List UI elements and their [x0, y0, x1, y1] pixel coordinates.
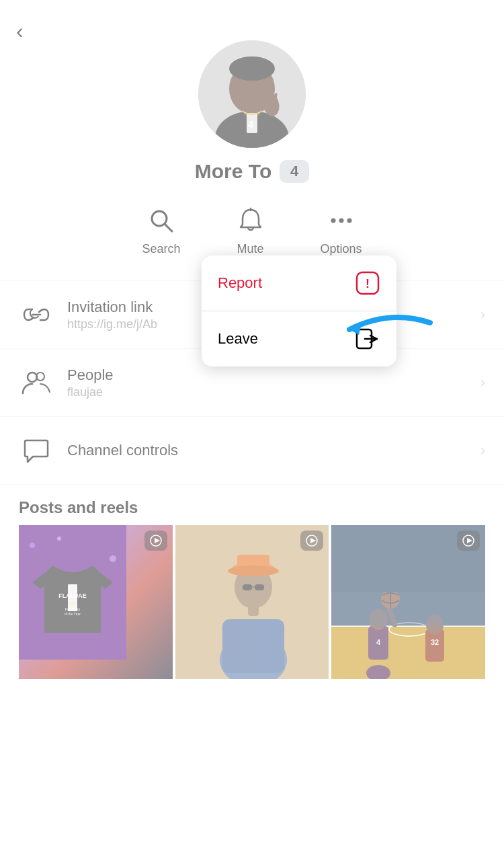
member-badge: 4 [280, 160, 309, 183]
svg-point-14 [331, 219, 335, 223]
svg-text:32: 32 [431, 638, 439, 646]
profile-section: 4 More To 4 Search [0, 0, 504, 280]
svg-rect-39 [222, 619, 284, 673]
svg-text:Freshman: Freshman [65, 607, 81, 611]
svg-marker-67 [467, 538, 472, 543]
actions-row: Search Mute Options [142, 204, 362, 256]
options-label: Options [321, 242, 362, 256]
options-action[interactable]: Options [321, 204, 362, 256]
dropdown-menu: Report ! Leave [202, 256, 396, 366]
options-dropdown: Report ! Leave [202, 256, 396, 366]
post-item-2[interactable] [175, 525, 329, 679]
search-icon [145, 204, 177, 237]
username: More To [195, 160, 271, 183]
post-item-1[interactable]: FLAUJAE LSU Freshman of the Year [19, 525, 173, 679]
svg-point-27 [110, 555, 116, 562]
reel-badge-1 [144, 531, 167, 551]
search-label: Search [142, 242, 180, 256]
svg-point-15 [339, 219, 343, 223]
people-text: People flaujae [67, 366, 475, 399]
people-subtitle: flaujae [67, 385, 475, 399]
link-icon [19, 297, 54, 332]
svg-line-12 [165, 224, 172, 231]
search-action[interactable]: Search [142, 204, 180, 256]
reel-badge-2 [300, 531, 323, 551]
svg-text:4: 4 [376, 638, 381, 646]
invitation-link-chevron: › [480, 306, 485, 323]
posts-section: Posts and reels FLAUJAE [0, 485, 504, 690]
svg-point-16 [347, 219, 351, 223]
svg-point-44 [228, 565, 279, 576]
report-icon: ! [355, 270, 380, 296]
channel-controls-item[interactable]: Channel controls › [0, 417, 504, 485]
username-row: More To 4 [195, 160, 309, 183]
dots-icon [325, 204, 358, 237]
svg-text:of the Year: of the Year [65, 612, 81, 616]
posts-title: Posts and reels [19, 498, 485, 517]
svg-text:FLAUJAE: FLAUJAE [58, 592, 87, 599]
svg-rect-46 [255, 584, 264, 590]
channel-controls-title: Channel controls [67, 442, 475, 459]
bell-icon [235, 204, 267, 237]
leave-icon [355, 326, 380, 352]
svg-text:4: 4 [248, 119, 253, 130]
svg-text:!: ! [366, 277, 370, 290]
svg-point-23 [28, 373, 37, 382]
people-icon [19, 365, 54, 400]
channel-controls-text: Channel controls [67, 442, 475, 459]
svg-point-28 [57, 537, 61, 541]
svg-rect-45 [243, 584, 252, 590]
svg-text:LSU: LSU [69, 601, 77, 605]
people-title: People [67, 366, 475, 384]
post-item-3[interactable]: 4 32 [331, 525, 485, 679]
mute-label: Mute [237, 242, 263, 256]
people-chevron: › [480, 374, 485, 391]
leave-label: Leave [218, 330, 258, 348]
svg-point-4 [229, 56, 275, 81]
reel-badge-3 [457, 531, 480, 551]
leave-menu-item[interactable]: Leave [202, 311, 396, 366]
channel-controls-chevron: › [480, 442, 485, 459]
svg-rect-65 [331, 592, 485, 626]
avatar: 4 [198, 40, 306, 148]
report-menu-item[interactable]: Report ! [202, 256, 396, 311]
report-label: Report [218, 274, 262, 292]
posts-grid: FLAUJAE LSU Freshman of the Year [19, 525, 485, 679]
back-button[interactable]: ‹ [16, 19, 24, 44]
mute-action[interactable]: Mute [235, 204, 267, 256]
speech-bubble-icon [19, 433, 54, 468]
svg-rect-51 [331, 626, 485, 679]
svg-marker-49 [310, 538, 316, 543]
svg-point-26 [30, 543, 35, 548]
